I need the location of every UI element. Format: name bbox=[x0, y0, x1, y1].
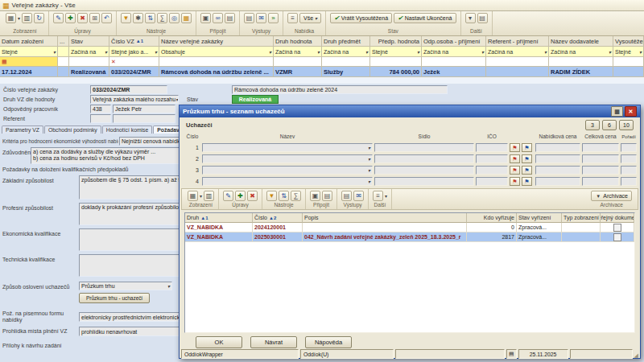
column-header-nazev[interactable]: Název veřejné zakázky bbox=[159, 36, 274, 47]
tab-hodnotici-komise[interactable]: Hodnotící komise bbox=[102, 125, 153, 134]
doc-column-stav-vyrizeni[interactable]: Stav vyřízení bbox=[517, 213, 562, 223]
bidder-name-input[interactable]: ▾ bbox=[202, 143, 373, 152]
filter-value-datum[interactable]: ▦ bbox=[0, 57, 58, 67]
bidder-address-input[interactable] bbox=[374, 154, 474, 163]
attach-icon[interactable]: ▣ bbox=[310, 191, 320, 201]
bidder-rank-input[interactable] bbox=[621, 143, 637, 152]
archivace-button[interactable]: ▼ Archivace bbox=[591, 191, 632, 201]
referent-name-field[interactable] bbox=[113, 114, 175, 123]
table-view-icon[interactable]: ▦ bbox=[6, 13, 16, 23]
export-icon[interactable]: » bbox=[268, 13, 279, 23]
registry-lookup-icon[interactable]: ⚑ bbox=[522, 154, 532, 163]
settings-icon[interactable]: ✱ bbox=[133, 13, 143, 23]
ok-button[interactable]: OK bbox=[196, 336, 242, 348]
chevron-down-icon[interactable]: ▾ bbox=[417, 49, 419, 55]
filter-cell-vysoutezena[interactable]: Stejné▾ bbox=[613, 47, 644, 57]
calendar-icon[interactable]: ▦ bbox=[181, 13, 192, 23]
referent-code-field[interactable] bbox=[90, 114, 111, 123]
nazev-vz-field[interactable]: Rámcová dohoda na údržbu zeleně 2024 bbox=[232, 85, 448, 94]
calendar-icon[interactable]: ▦ bbox=[2, 59, 7, 65]
bidder-bid-price-input[interactable] bbox=[535, 166, 580, 175]
dialog-close-button[interactable]: ✕ bbox=[625, 106, 637, 117]
bidder-name-input[interactable]: ▾ bbox=[202, 154, 373, 163]
chevron-down-icon[interactable]: ▾ bbox=[385, 193, 387, 199]
sort-icon[interactable]: ⇅ bbox=[279, 191, 289, 201]
mail-icon[interactable]: ✉ bbox=[353, 191, 364, 201]
filter-cell-more[interactable] bbox=[58, 47, 69, 57]
sort-icon[interactable]: ⇅ bbox=[145, 13, 155, 23]
cislo-vz-field[interactable]: 033/2024/ZMR bbox=[90, 85, 167, 94]
sum-icon[interactable]: ∑ bbox=[291, 191, 301, 201]
column-header-datum-zalozeni[interactable]: Datum založení bbox=[0, 36, 58, 47]
pruzkum-trhu-uchazeci-button[interactable]: Průzkum trhu - uchazeči bbox=[79, 293, 150, 303]
filter-cell-druh-hodnota[interactable]: Začíná na▾ bbox=[274, 47, 322, 57]
mail-icon[interactable]: ✉ bbox=[256, 13, 266, 23]
bidder-address-input[interactable] bbox=[374, 166, 474, 175]
doc-column-verejny-dokument[interactable]: Veřejný dokument bbox=[601, 213, 634, 223]
ares-lookup-icon[interactable]: ⚑ bbox=[510, 154, 520, 163]
doc-column-typ-zobrazeni[interactable]: Typ zobrazení bbox=[562, 213, 601, 223]
bidder-rank-input[interactable] bbox=[621, 154, 637, 163]
doc-column-druh[interactable]: Druh▲1 bbox=[185, 213, 253, 223]
undo-icon[interactable]: ↶ bbox=[101, 13, 112, 23]
bidder-total-price-input[interactable] bbox=[582, 166, 619, 175]
table-view-dropdown-icon[interactable]: ▾ bbox=[18, 15, 20, 21]
filter-cell-nazev[interactable]: Obsahuje▾ bbox=[159, 47, 274, 57]
filter-value-druh-predmet[interactable] bbox=[322, 57, 370, 67]
filter-icon[interactable]: ▼ bbox=[121, 13, 131, 23]
chevron-down-icon[interactable]: ▾ bbox=[365, 49, 368, 55]
bidder-rank-input[interactable] bbox=[621, 177, 637, 186]
chevron-down-icon[interactable]: ▾ bbox=[53, 49, 56, 55]
document-row-selected[interactable]: VZ_NABIDKA 2025030001 042_Návrh zadání v… bbox=[185, 232, 634, 242]
ares-lookup-icon[interactable]: ⚑ bbox=[510, 166, 520, 175]
bidder-total-price-input[interactable] bbox=[582, 143, 619, 152]
edit-icon[interactable]: ✎ bbox=[223, 191, 233, 201]
chevron-down-icon[interactable]: ▾ bbox=[175, 97, 178, 102]
dialog-titlebar[interactable]: Průzkum trhu - seznam uchazečů ▦ ✕ bbox=[180, 105, 640, 117]
tab-parametry-vz[interactable]: Parametry VZ bbox=[2, 125, 43, 134]
chevron-down-icon[interactable]: ▾ bbox=[639, 49, 642, 55]
bidder-name-input[interactable]: ▾ bbox=[202, 166, 373, 175]
document-row[interactable]: VZ_NABIDKA 2024120001 0 Zpracová... bbox=[185, 223, 634, 232]
odp-pracovnik-name-field[interactable]: Ježek Petr bbox=[113, 105, 175, 113]
filter-value-odp-osoba[interactable] bbox=[422, 57, 486, 67]
chevron-down-icon[interactable]: ▾ bbox=[368, 156, 370, 162]
chevron-down-icon[interactable]: ▾ bbox=[105, 49, 107, 55]
nabidka-filter-dropdown[interactable]: Vše ▾ bbox=[299, 13, 321, 23]
column-header-cislo-vz[interactable]: Číslo VZ ▲1 bbox=[109, 36, 159, 47]
tab-obchodni-podminky[interactable]: Obchodní podmínky bbox=[44, 125, 101, 134]
chevron-down-icon[interactable]: ▾ bbox=[368, 179, 370, 184]
column-header-druh-hodnota[interactable]: Druh hodnota bbox=[274, 36, 322, 47]
chevron-down-icon[interactable]: ▾ bbox=[167, 283, 170, 289]
filter-icon[interactable]: ▼ bbox=[266, 191, 277, 201]
print-icon[interactable]: ▤ bbox=[244, 13, 254, 23]
column-header-more[interactable]: ... bbox=[58, 36, 69, 47]
column-header-stav[interactable]: Stav bbox=[69, 36, 109, 47]
napoveda-button[interactable]: Nápověda bbox=[305, 336, 352, 348]
menu-icon[interactable]: ≡ bbox=[287, 13, 298, 23]
doc-column-kdo-vyrizuje[interactable]: Kdo vyřizuje bbox=[467, 213, 517, 223]
odp-pracovnik-code-field[interactable]: 438 bbox=[90, 105, 111, 113]
bidder-total-price-input[interactable] bbox=[582, 177, 619, 186]
chevron-down-icon[interactable]: ▾ bbox=[155, 49, 157, 55]
columns-icon[interactable]: ▥ bbox=[22, 13, 32, 23]
chevron-down-icon[interactable]: ▾ bbox=[544, 49, 547, 55]
edit-icon[interactable]: ✎ bbox=[53, 13, 64, 23]
add-icon[interactable]: ✚ bbox=[65, 13, 76, 23]
copy-icon[interactable]: ⊞ bbox=[89, 13, 100, 23]
druh-vz-select[interactable]: Veřejná zakázka malého rozsahu▾ bbox=[90, 95, 179, 104]
page-size-10-button[interactable]: 10 bbox=[619, 120, 634, 130]
filter-value-stav[interactable] bbox=[69, 57, 109, 67]
chevron-down-icon[interactable]: ▾ bbox=[481, 49, 484, 55]
table-view-dropdown-icon[interactable]: ▾ bbox=[200, 193, 202, 199]
bidder-bid-price-input[interactable] bbox=[535, 154, 580, 163]
doc-column-popis[interactable]: Popis bbox=[303, 213, 467, 223]
column-header-dodavatel[interactable]: Název dodavatele bbox=[549, 36, 613, 47]
public-document-checkbox[interactable] bbox=[613, 233, 621, 241]
chevron-down-icon[interactable]: ▾ bbox=[368, 145, 370, 150]
table-view-icon[interactable]: ▦ bbox=[188, 191, 198, 201]
chevron-down-icon[interactable]: ▾ bbox=[317, 49, 320, 55]
column-header-druh-predmet[interactable]: Druh předmět bbox=[322, 36, 370, 47]
print-icon[interactable]: ▤ bbox=[341, 191, 352, 201]
filter-cell-datum[interactable]: Stejné▾ bbox=[0, 47, 58, 57]
